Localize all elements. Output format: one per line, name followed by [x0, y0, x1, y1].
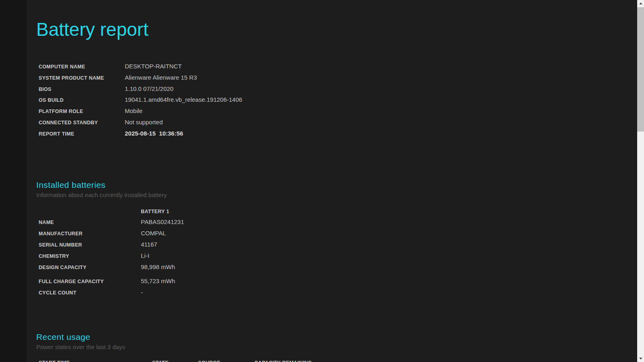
- battery-name-value: PABAS0241231: [141, 218, 184, 225]
- page-title: Battery report: [36, 20, 637, 39]
- system-product-name-label: SYSTEM PRODUCT NAME: [39, 73, 125, 84]
- computer-name-label: COMPUTER NAME: [39, 62, 125, 72]
- serial-number-label: SERIAL NUMBER: [39, 240, 141, 251]
- scroll-up-arrow-icon: [639, 2, 642, 4]
- serial-number-value: 41167: [141, 241, 157, 248]
- system-info-row: REPORT TIME2025-08-15 10:36:56: [39, 128, 637, 140]
- full-charge-capacity-value: 55,723 mWh: [141, 278, 175, 284]
- installed-batteries-subtitle: Information about each currently install…: [36, 191, 637, 199]
- battery-row: MANUFACTURERCOMPAL: [39, 228, 637, 239]
- source-column-header: SOURCE: [198, 358, 254, 362]
- os-build-label: OS BUILD: [39, 95, 125, 106]
- cycle-count-label: CYCLE COUNT: [39, 288, 141, 298]
- recent-usage-heading: Recent usage: [36, 332, 637, 342]
- installed-batteries-heading: Installed batteries: [36, 180, 637, 190]
- battery-name-label: NAME: [39, 218, 141, 228]
- bios-value: 1.10.0 07/21/2020: [125, 85, 173, 92]
- computer-name-value: DESKTOP-RAITNCT: [125, 63, 182, 70]
- vertical-scrollbar[interactable]: [637, 0, 644, 362]
- recent-usage-section: Recent usage Power states over the last …: [27, 332, 637, 362]
- system-info-row: CONNECTED STANDBYNot supported: [39, 117, 637, 128]
- report-time-value: 2025-08-15 10:36:56: [125, 130, 183, 137]
- battery-row: CHEMISTRYLi-I: [39, 251, 637, 262]
- design-capacity-label: DESIGN CAPACITY: [39, 263, 141, 273]
- cycle-count-value: -: [141, 289, 143, 296]
- system-info-row: OS BUILD19041.1.amd64fre.vb_release.1912…: [39, 95, 637, 106]
- system-info-row: PLATFORM ROLEMobile: [39, 106, 637, 117]
- chemistry-value: Li-I: [141, 252, 149, 259]
- system-info-table: COMPUTER NAMEDESKTOP-RAITNCT SYSTEM PROD…: [39, 61, 637, 140]
- report-time-label: REPORT TIME: [39, 129, 125, 140]
- state-column-header: STATE: [152, 358, 198, 362]
- battery-row: FULL CHARGE CAPACITY55,723 mWh: [39, 276, 637, 287]
- battery-row: NAMEPABAS0241231: [39, 217, 637, 228]
- manufacturer-label: MANUFACTURER: [39, 229, 141, 239]
- design-capacity-value: 98,998 mWh: [141, 263, 175, 270]
- system-info-row: SYSTEM PRODUCT NAMEAlienware Alienware 1…: [39, 72, 637, 84]
- battery-row: CYCLE COUNT-: [39, 287, 637, 298]
- battery-1-column-header: BATTERY 1: [141, 207, 169, 217]
- scroll-up-button[interactable]: [637, 0, 644, 7]
- system-info-row: COMPUTER NAMEDESKTOP-RAITNCT: [39, 61, 637, 72]
- os-build-value: 19041.1.amd64fre.vb_release.191206-1406: [125, 96, 242, 103]
- connected-standby-value: Not supported: [125, 119, 163, 125]
- battery-report-page: Battery report COMPUTER NAMEDESKTOP-RAIT…: [27, 0, 637, 362]
- scroll-down-button[interactable]: [637, 355, 644, 362]
- chemistry-label: CHEMISTRY: [39, 251, 141, 262]
- system-info-row: BIOS1.10.0 07/21/2020: [39, 84, 637, 95]
- connected-standby-label: CONNECTED STANDBY: [39, 118, 125, 128]
- platform-role-label: PLATFORM ROLE: [39, 107, 125, 117]
- scrollbar-thumb[interactable]: [637, 7, 644, 132]
- installed-batteries-section: Installed batteries Information about ea…: [27, 180, 637, 298]
- capacity-remaining-column-header: CAPACITY REMAINING: [254, 358, 312, 362]
- start-time-column-header: START TIME: [39, 358, 152, 362]
- battery-details-table: BATTERY 1 NAMEPABAS0241231 MANUFACTURERC…: [39, 206, 637, 298]
- battery-table-header-row: BATTERY 1: [39, 206, 637, 217]
- recent-usage-subtitle: Power states over the last 3 days: [36, 343, 637, 351]
- bios-label: BIOS: [39, 84, 125, 95]
- page-left-margin: [0, 0, 27, 362]
- scroll-down-arrow-icon: [639, 358, 642, 360]
- battery-row: SERIAL NUMBER41167: [39, 239, 637, 251]
- battery-row: DESIGN CAPACITY98,998 mWh: [39, 262, 637, 273]
- manufacturer-value: COMPAL: [141, 230, 166, 237]
- system-product-name-value: Alienware Alienware 15 R3: [125, 74, 197, 81]
- recent-usage-table-header: START TIMESTATESOURCECAPACITY REMAINING: [39, 357, 637, 362]
- full-charge-capacity-label: FULL CHARGE CAPACITY: [39, 277, 141, 287]
- platform-role-value: Mobile: [125, 107, 142, 114]
